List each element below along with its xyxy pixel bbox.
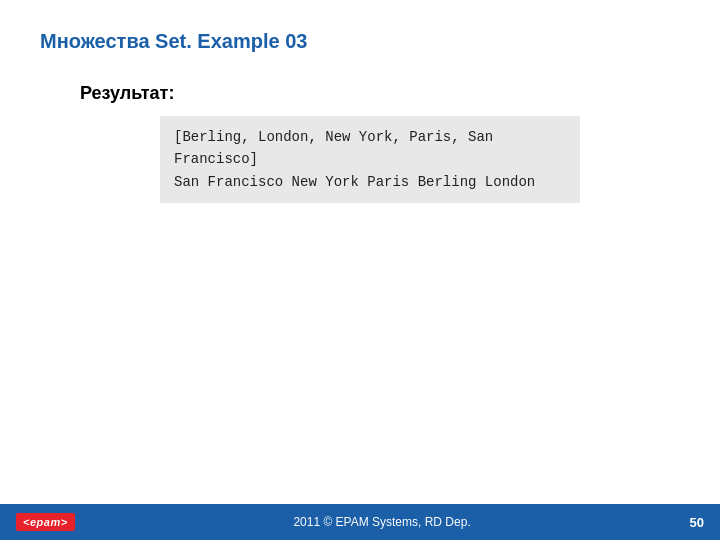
footer-copyright: 2011 © EPAM Systems, RD Dep. <box>75 515 690 529</box>
result-label: Результат: <box>80 83 680 104</box>
code-output: [Berling, London, New York, Paris, San F… <box>160 116 580 203</box>
main-content: Множества Set. Example 03 Результат: [Be… <box>0 0 720 504</box>
page-container: Множества Set. Example 03 Результат: [Be… <box>0 0 720 540</box>
slide-title: Множества Set. Example 03 <box>40 30 680 53</box>
footer: <epam> 2011 © EPAM Systems, RD Dep. 50 <box>0 504 720 540</box>
footer-page-number: 50 <box>690 515 704 530</box>
epam-logo: <epam> <box>16 513 75 531</box>
footer-logo-area: <epam> <box>16 513 75 531</box>
